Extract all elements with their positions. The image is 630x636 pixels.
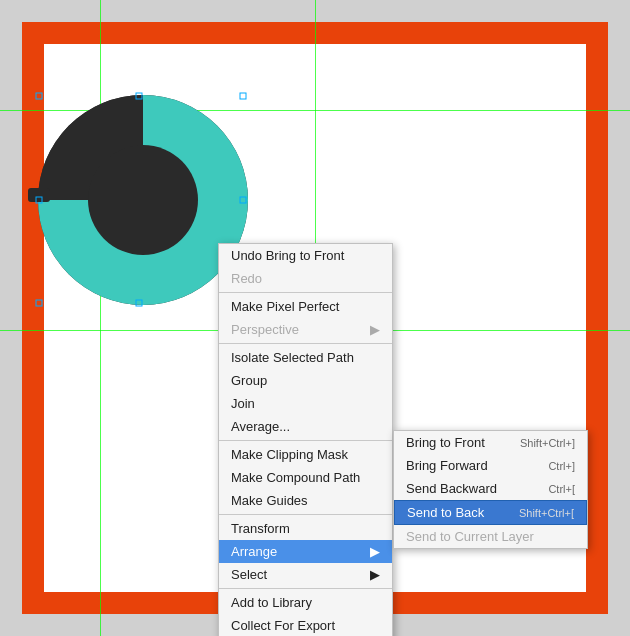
svg-point-1 — [88, 145, 198, 255]
menu-divider-4 — [219, 514, 392, 515]
menu-divider-2 — [219, 343, 392, 344]
arrow-icon-arrange: ▶ — [370, 544, 380, 559]
menu-item-add-to-library[interactable]: Add to Library — [219, 591, 392, 614]
menu-item-redo[interactable]: Redo — [219, 267, 392, 290]
svg-rect-5 — [240, 93, 246, 99]
submenu-item-send-to-back[interactable]: Send to Back Shift+Ctrl+[ — [394, 500, 587, 525]
svg-rect-4 — [36, 300, 42, 306]
menu-item-isolate-selected-path[interactable]: Isolate Selected Path — [219, 346, 392, 369]
menu-item-make-guides[interactable]: Make Guides — [219, 489, 392, 512]
submenu-item-send-to-current-layer[interactable]: Send to Current Layer — [394, 525, 587, 548]
arrange-submenu: Bring to Front Shift+Ctrl+] Bring Forwar… — [393, 430, 588, 549]
submenu-item-bring-to-front[interactable]: Bring to Front Shift+Ctrl+] — [394, 431, 587, 454]
menu-item-make-compound-path[interactable]: Make Compound Path — [219, 466, 392, 489]
arrow-icon: ▶ — [370, 322, 380, 337]
menu-item-group[interactable]: Group — [219, 369, 392, 392]
menu-item-perspective[interactable]: Perspective ▶ — [219, 318, 392, 341]
menu-item-select[interactable]: Select ▶ — [219, 563, 392, 586]
menu-item-make-pixel-perfect[interactable]: Make Pixel Perfect — [219, 295, 392, 318]
menu-divider-3 — [219, 440, 392, 441]
menu-divider-5 — [219, 588, 392, 589]
menu-item-make-clipping-mask[interactable]: Make Clipping Mask — [219, 443, 392, 466]
svg-rect-2 — [28, 188, 50, 202]
submenu-item-send-backward[interactable]: Send Backward Ctrl+[ — [394, 477, 587, 500]
menu-item-transform[interactable]: Transform — [219, 517, 392, 540]
arrow-icon-select: ▶ — [370, 567, 380, 582]
menu-item-undo-bring-to-front[interactable]: Undo Bring to Front — [219, 244, 392, 267]
menu-item-collect-for-export[interactable]: Collect For Export — [219, 614, 392, 636]
submenu-item-bring-forward[interactable]: Bring Forward Ctrl+] — [394, 454, 587, 477]
menu-divider-1 — [219, 292, 392, 293]
svg-rect-3 — [36, 93, 42, 99]
menu-item-join[interactable]: Join — [219, 392, 392, 415]
menu-item-arrange[interactable]: Arrange ▶ — [219, 540, 392, 563]
context-menu: Undo Bring to Front Redo Make Pixel Perf… — [218, 243, 393, 636]
menu-item-average[interactable]: Average... — [219, 415, 392, 438]
canvas-area: Undo Bring to Front Redo Make Pixel Perf… — [0, 0, 630, 636]
